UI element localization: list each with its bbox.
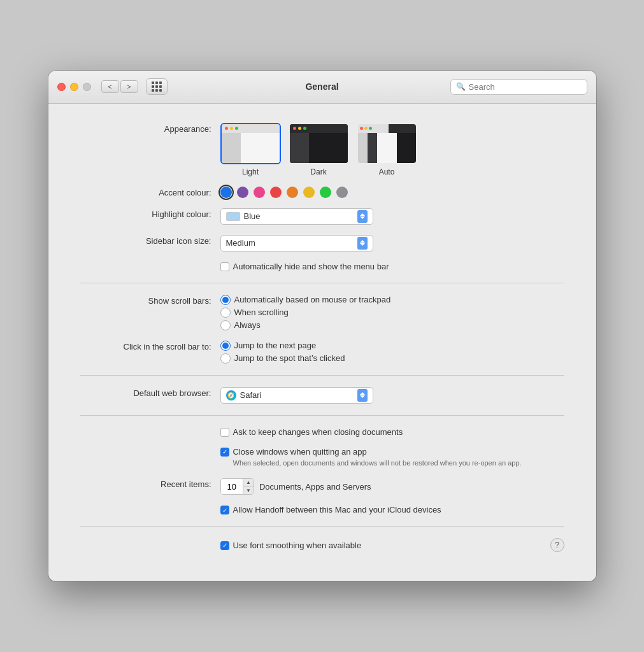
scroll-bars-always-radio[interactable] bbox=[220, 320, 231, 330]
close-windows-row: Close windows when quitting an app When … bbox=[80, 447, 564, 468]
highlight-colour-dropdown[interactable]: Blue bbox=[220, 208, 373, 225]
scroll-bars-auto-radio[interactable] bbox=[220, 295, 231, 305]
highlight-colour-value: Blue bbox=[244, 211, 355, 221]
back-button[interactable]: < bbox=[101, 80, 119, 93]
default-browser-dropdown[interactable]: 🧭 Safari bbox=[220, 387, 373, 404]
scroll-bar-next-page-label: Jump to the next page bbox=[234, 341, 317, 350]
handoff-checkbox[interactable] bbox=[220, 506, 229, 514]
default-browser-row: Default web browser: 🧭 Safari bbox=[80, 387, 564, 404]
auto-hide-menu-bar-controls: Automatically hide and show the menu bar bbox=[220, 262, 564, 271]
appearance-light-thumb bbox=[220, 123, 281, 164]
scroll-bar-next-page-radio[interactable] bbox=[220, 341, 231, 351]
appearance-auto-label: Auto bbox=[379, 167, 395, 176]
appearance-auto[interactable]: Auto bbox=[357, 123, 417, 176]
accent-blue[interactable] bbox=[220, 187, 232, 198]
minimize-button[interactable] bbox=[70, 83, 78, 91]
auto-hide-menu-bar-checkbox[interactable] bbox=[220, 262, 229, 271]
scroll-bars-always-label: Always bbox=[234, 320, 261, 330]
scroll-bar-next-page[interactable]: Jump to the next page bbox=[220, 341, 345, 351]
font-smoothing-row: Use font smoothing when available ? bbox=[80, 538, 564, 552]
close-windows-checkbox-row: Close windows when quitting an app bbox=[220, 447, 564, 457]
font-smoothing-checkbox[interactable] bbox=[220, 541, 229, 550]
search-input[interactable] bbox=[469, 82, 582, 92]
forward-button[interactable]: > bbox=[120, 80, 138, 93]
sidebar-icon-size-value: Medium bbox=[226, 238, 355, 248]
accent-colour-controls bbox=[220, 187, 564, 198]
accent-colour-row: Accent colour: bbox=[80, 187, 564, 198]
close-windows-hint: When selected, open documents and window… bbox=[233, 458, 564, 468]
default-browser-label: Default web browser: bbox=[80, 387, 220, 398]
scroll-bar-spot-radio[interactable] bbox=[220, 353, 231, 364]
font-smoothing-controls: Use font smoothing when available ? bbox=[220, 538, 564, 552]
accent-pink[interactable] bbox=[254, 187, 265, 198]
nav-buttons: < > bbox=[101, 80, 138, 93]
appearance-options: Light bbox=[220, 123, 417, 176]
search-box[interactable]: 🔍 bbox=[450, 79, 587, 95]
accent-purple[interactable] bbox=[237, 187, 248, 198]
accent-graphite[interactable] bbox=[336, 187, 348, 198]
dropdown-arrows-2 bbox=[357, 237, 368, 250]
show-scroll-bars-row: Show scroll bars: Automatically based on… bbox=[80, 295, 564, 330]
default-browser-value: Safari bbox=[240, 390, 355, 400]
window: < > General 🔍 Appearance: bbox=[48, 71, 596, 581]
close-windows-controls: Close windows when quitting an app When … bbox=[220, 447, 564, 468]
ask-keep-changes-checkbox[interactable] bbox=[220, 428, 229, 437]
show-scroll-bars-label: Show scroll bars: bbox=[80, 295, 220, 306]
window-title: General bbox=[305, 82, 338, 92]
recent-items-controls: 10 ▲ ▼ Documents, Apps and Servers bbox=[220, 478, 564, 495]
grid-icon bbox=[152, 82, 162, 92]
recent-items-stepper[interactable]: 10 ▲ ▼ bbox=[220, 478, 254, 495]
sidebar-icon-size-row: Sidebar icon size: Medium bbox=[80, 235, 564, 252]
grid-button[interactable] bbox=[146, 78, 168, 95]
stepper-down-button[interactable]: ▼ bbox=[243, 486, 254, 495]
auto-hide-menu-bar-row: Automatically hide and show the menu bar bbox=[80, 262, 564, 271]
font-smoothing-label: Use font smoothing when available bbox=[233, 541, 362, 550]
default-browser-controls: 🧭 Safari bbox=[220, 387, 564, 404]
divider-1 bbox=[80, 283, 564, 283]
appearance-controls: Light bbox=[220, 123, 564, 176]
auto-hide-menu-bar-checkbox-row: Automatically hide and show the menu bar bbox=[220, 262, 389, 271]
ask-keep-changes-controls: Ask to keep changes when closing documen… bbox=[220, 427, 564, 437]
close-button[interactable] bbox=[57, 83, 66, 91]
appearance-row: Appearance: bbox=[80, 123, 564, 176]
appearance-dark-thumb bbox=[289, 123, 349, 164]
accent-red[interactable] bbox=[270, 187, 282, 198]
sidebar-icon-size-controls: Medium bbox=[220, 235, 564, 252]
scroll-bars-always[interactable]: Always bbox=[220, 320, 391, 330]
handoff-row: Allow Handoff between this Mac and your … bbox=[80, 505, 564, 514]
maximize-button[interactable] bbox=[83, 83, 91, 91]
ask-keep-changes-row: Ask to keep changes when closing documen… bbox=[80, 427, 564, 437]
content: Appearance: bbox=[48, 104, 596, 581]
scroll-bar-spot[interactable]: Jump to the spot that’s clicked bbox=[220, 353, 345, 364]
help-button[interactable]: ? bbox=[550, 538, 564, 552]
font-smoothing-checkbox-row: Use font smoothing when available bbox=[220, 541, 545, 550]
handoff-spacer bbox=[80, 505, 220, 506]
stepper-up-button[interactable]: ▲ bbox=[243, 478, 254, 486]
sidebar-icon-size-dropdown[interactable]: Medium bbox=[220, 235, 373, 252]
handoff-label: Allow Handoff between this Mac and your … bbox=[233, 505, 441, 514]
recent-items-suffix: Documents, Apps and Servers bbox=[259, 482, 371, 492]
highlight-colour-label: Highlight colour: bbox=[80, 208, 220, 219]
click-scroll-bar-label: Click in the scroll bar to: bbox=[80, 341, 220, 351]
accent-green[interactable] bbox=[320, 187, 331, 198]
accent-yellow[interactable] bbox=[303, 187, 315, 198]
appearance-dark[interactable]: Dark bbox=[289, 123, 349, 176]
scroll-bars-scrolling-radio[interactable] bbox=[220, 308, 231, 318]
ask-keep-changes-label: Ask to keep changes when closing documen… bbox=[233, 427, 403, 437]
appearance-light[interactable]: Light bbox=[220, 123, 281, 176]
close-windows-checkbox[interactable] bbox=[220, 448, 229, 457]
accent-orange[interactable] bbox=[287, 187, 298, 198]
auto-hide-spacer bbox=[80, 262, 220, 263]
divider-2 bbox=[80, 375, 564, 376]
ask-keep-changes-checkbox-row: Ask to keep changes when closing documen… bbox=[220, 427, 403, 437]
scroll-bars-auto[interactable]: Automatically based on mouse or trackpad bbox=[220, 295, 391, 305]
highlight-colour-row: Highlight colour: Blue bbox=[80, 208, 564, 225]
appearance-dark-label: Dark bbox=[310, 167, 326, 176]
ask-keep-changes-spacer bbox=[80, 427, 220, 429]
auto-hide-menu-bar-label: Automatically hide and show the menu bar bbox=[233, 262, 389, 271]
highlight-colour-controls: Blue bbox=[220, 208, 564, 225]
arrow-down-icon-3 bbox=[360, 395, 365, 398]
scroll-bars-scrolling[interactable]: When scrolling bbox=[220, 308, 391, 318]
scroll-bar-spot-label: Jump to the spot that’s clicked bbox=[234, 353, 345, 363]
handoff-controls: Allow Handoff between this Mac and your … bbox=[220, 505, 564, 514]
